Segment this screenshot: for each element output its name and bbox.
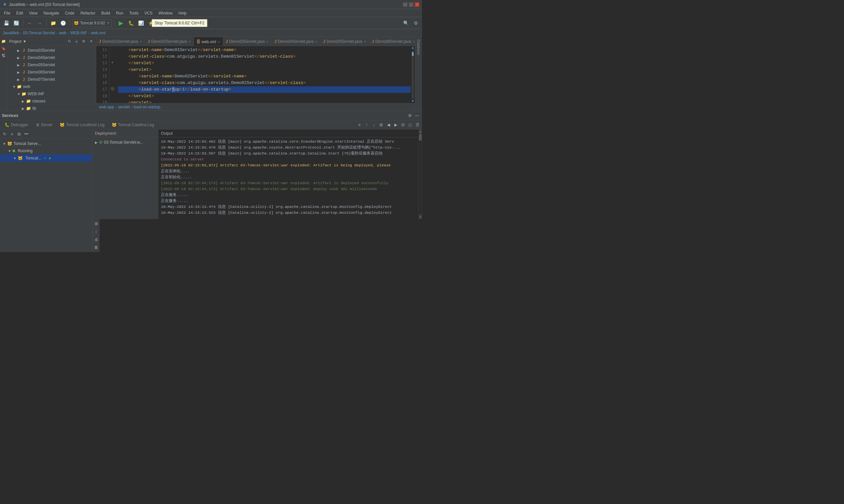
menu-build[interactable]: Build [99, 10, 113, 16]
menu-file[interactable]: File [1, 10, 13, 16]
tree-item-demo03[interactable]: ▶ J Demo03Servlet [7, 47, 96, 54]
minimize-button[interactable]: — [403, 2, 408, 7]
toolbar-recent-btn[interactable]: 🕐 [59, 19, 67, 28]
right-tool-2[interactable]: ↕ [93, 228, 100, 235]
menu-help[interactable]: Help [176, 10, 189, 16]
tab-server[interactable]: 🖥 Server [32, 121, 56, 129]
right-tool-1[interactable]: ⊞ [93, 220, 100, 227]
tab-demo03[interactable]: J Demo03Servlet.java ✕ [223, 37, 272, 46]
debug-button[interactable]: 🐛 [126, 19, 135, 28]
project-refresh-btn[interactable]: ↻ [66, 38, 72, 44]
tab-demo02[interactable]: J Demo02Servlet.java ✕ [145, 37, 194, 46]
menu-vcs[interactable]: VCS [142, 10, 155, 16]
tree-item-demo05[interactable]: ▶ J Demo05Servlet [7, 61, 96, 69]
tree-item-lib[interactable]: ▶ 📁 lib [7, 105, 96, 110]
tree-item-webinf[interactable]: ▼ 📁 WEB-INF [7, 90, 96, 97]
tab-demo04-close[interactable]: ✕ [315, 40, 317, 43]
toolbar-settings-btn[interactable]: ⚙ [411, 19, 420, 28]
toolbar-forward-btn[interactable]: → [35, 19, 44, 28]
tab-demo02-close[interactable]: ✕ [188, 40, 191, 43]
tree-item-web[interactable]: ▼ 📁 web [7, 83, 96, 90]
services-settings-btn[interactable]: ⚙ [407, 113, 413, 119]
services-more-btn[interactable]: ••• [23, 131, 30, 137]
services-item-tomcat-instance[interactable]: ▼ 🐱 Tomcat... ✓ ● [0, 155, 92, 162]
tab-demo01[interactable]: J Demo01Servlet.java ✕ [96, 37, 145, 46]
code-lines[interactable]: <servlet-name>Demo01Servlet</servlet-nam… [115, 46, 411, 103]
tab-webxml-close[interactable]: ✕ [218, 40, 220, 44]
coverage-button[interactable]: 📊 [137, 19, 145, 28]
project-close-btn[interactable]: ✕ [88, 38, 94, 44]
toolbar-back-btn[interactable]: ← [25, 19, 34, 28]
tab-demo06[interactable]: J Demo06Servlet.java ✕ [369, 37, 415, 46]
output-btn-3[interactable]: ↓ [371, 122, 377, 128]
right-tool-3[interactable]: 🖨 [93, 236, 100, 243]
toolbar-project-btn[interactable]: 📁 [49, 19, 57, 28]
scroll-track[interactable] [419, 134, 422, 214]
tree-item-demo06[interactable]: ▶ J Demo06Servlet [7, 69, 96, 76]
output-btn-9[interactable]: ☰ [414, 122, 421, 128]
output-btn-7[interactable]: ⊟ [400, 122, 406, 128]
run-button[interactable]: ▶ [117, 19, 125, 28]
services-close-btn[interactable]: — [414, 113, 420, 119]
tab-demo04[interactable]: J Demo04Servlet.java ✕ [272, 37, 321, 46]
scroll-thumb[interactable] [419, 134, 422, 141]
project-icon[interactable]: 📁 [1, 38, 6, 44]
output-scrollbar[interactable]: ▲ ▼ [419, 129, 422, 219]
project-collapse-btn[interactable]: ≡ [73, 38, 80, 44]
menu-refactor[interactable]: Refactor [78, 10, 98, 16]
menu-tools[interactable]: Tools [126, 10, 141, 16]
tomcat-selector[interactable]: 🐱 Tomcat 9.0.62 ▼ [72, 19, 112, 27]
tab-demo06-close[interactable]: ✕ [412, 40, 415, 43]
tab-demo03-close[interactable]: ✕ [266, 40, 269, 43]
scroll-up-btn[interactable]: ▲ [419, 129, 422, 133]
tree-item-classes[interactable]: ▶ 📁 classes [7, 97, 96, 105]
breadcrumb-loadonstartup[interactable]: load-on-startup [134, 105, 160, 109]
tab-demo01-close[interactable]: ✕ [139, 40, 142, 43]
scroll-down-btn[interactable]: ▼ [419, 215, 422, 219]
services-filter-btn[interactable]: ⊞ [16, 131, 22, 137]
menu-view[interactable]: View [27, 10, 40, 16]
output-btn-4[interactable]: ⊞ [378, 122, 384, 128]
nav-web[interactable]: web [59, 31, 66, 35]
output-btn-2[interactable]: ↑ [363, 122, 370, 128]
maximize-button[interactable]: □ [409, 2, 413, 7]
structure-icon[interactable]: 🏗 [1, 53, 6, 59]
menu-navigate[interactable]: Navigate [41, 10, 62, 16]
tab-tomcat-localhost[interactable]: 🐱 Tomcat Localhost Log [56, 121, 108, 129]
services-refresh-btn[interactable]: ↻ [1, 131, 8, 137]
toolbar-save-btn[interactable]: 💾 [2, 19, 11, 28]
deployment-item-1[interactable]: ▶ ⚙ 03-Tomcat-Servlet:w... [95, 139, 155, 146]
menu-edit[interactable]: Edit [14, 10, 26, 16]
tree-item-demo04[interactable]: ▶ J Demo04Servlet [7, 54, 96, 61]
services-collapse-btn[interactable]: ≡ [8, 131, 15, 137]
menu-code[interactable]: Code [62, 10, 77, 16]
code-area[interactable]: 11 12 13 14 15 16 17 18 19 20 [96, 46, 415, 103]
tab-debugger[interactable]: 🐛 Debugger [1, 121, 32, 129]
services-item-running[interactable]: ▼ Running [0, 147, 92, 155]
toolbar-sync-btn[interactable]: 🔄 [12, 19, 20, 28]
tab-webxml[interactable]: 🗄 web.xml ✕ [194, 37, 223, 46]
nav-javaweb[interactable]: JavaWeb [3, 31, 19, 35]
nav-webinf[interactable]: WEB-INF [70, 31, 87, 35]
database-label[interactable]: Database [417, 38, 421, 56]
services-item-tomcat[interactable]: ▼ 🐱 Tomcat Serve... [0, 140, 92, 147]
tab-demo05[interactable]: J Demo05Servlet.java ✕ [321, 37, 369, 46]
bookmark-icon[interactable]: 🔖 [1, 46, 6, 51]
tab-tomcat-catalina[interactable]: 🐱 Tomcat Catalina Log [108, 121, 157, 129]
menu-window[interactable]: Window [156, 10, 175, 16]
output-btn-1[interactable]: ≡ [356, 122, 363, 128]
project-settings-btn[interactable]: ⚙ [81, 38, 87, 44]
output-btn-8[interactable]: ◻ [407, 122, 413, 128]
nav-webxml[interactable]: web.xml [91, 31, 105, 35]
toolbar-search-btn[interactable]: 🔍 [401, 19, 410, 28]
close-button[interactable]: ✕ [415, 2, 419, 7]
editor-content[interactable]: 11 12 13 14 15 16 17 18 19 20 [96, 46, 415, 110]
right-tool-4[interactable]: 🗑 [93, 244, 100, 251]
tree-item-demo07[interactable]: ▶ J Demo07Servlet [7, 76, 96, 83]
tab-demo05-close[interactable]: ✕ [364, 40, 366, 43]
breadcrumb-servlet[interactable]: servlet [118, 105, 130, 109]
menu-run[interactable]: Run [114, 10, 126, 16]
output-btn-5[interactable]: ◀ [385, 122, 392, 128]
nav-03-tomcat[interactable]: 03-Tomcat-Servlet [23, 31, 55, 35]
output-btn-6[interactable]: ▶ [392, 122, 399, 128]
